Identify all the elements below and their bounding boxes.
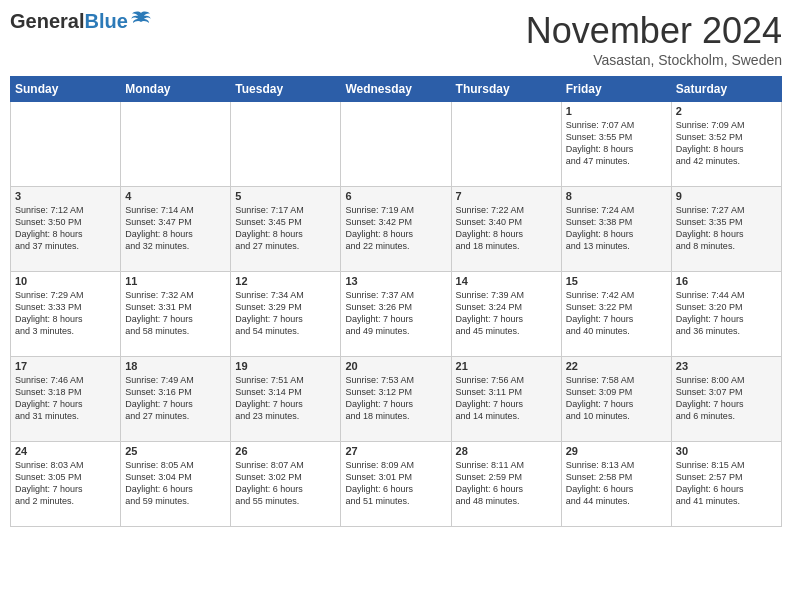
day-number: 29: [566, 445, 667, 457]
day-info: Sunrise: 8:07 AM Sunset: 3:02 PM Dayligh…: [235, 459, 336, 508]
calendar-cell: 6Sunrise: 7:19 AM Sunset: 3:42 PM Daylig…: [341, 187, 451, 272]
day-number: 20: [345, 360, 446, 372]
day-number: 30: [676, 445, 777, 457]
calendar: Sunday Monday Tuesday Wednesday Thursday…: [10, 76, 782, 527]
location: Vasastan, Stockholm, Sweden: [526, 52, 782, 68]
day-number: 16: [676, 275, 777, 287]
day-number: 5: [235, 190, 336, 202]
calendar-cell: 30Sunrise: 8:15 AM Sunset: 2:57 PM Dayli…: [671, 442, 781, 527]
day-info: Sunrise: 7:56 AM Sunset: 3:11 PM Dayligh…: [456, 374, 557, 423]
calendar-cell: 16Sunrise: 7:44 AM Sunset: 3:20 PM Dayli…: [671, 272, 781, 357]
day-number: 27: [345, 445, 446, 457]
day-info: Sunrise: 8:11 AM Sunset: 2:59 PM Dayligh…: [456, 459, 557, 508]
calendar-cell: [231, 102, 341, 187]
calendar-cell: 20Sunrise: 7:53 AM Sunset: 3:12 PM Dayli…: [341, 357, 451, 442]
day-number: 21: [456, 360, 557, 372]
calendar-cell: 29Sunrise: 8:13 AM Sunset: 2:58 PM Dayli…: [561, 442, 671, 527]
day-info: Sunrise: 8:05 AM Sunset: 3:04 PM Dayligh…: [125, 459, 226, 508]
day-info: Sunrise: 7:53 AM Sunset: 3:12 PM Dayligh…: [345, 374, 446, 423]
day-number: 19: [235, 360, 336, 372]
calendar-cell: 26Sunrise: 8:07 AM Sunset: 3:02 PM Dayli…: [231, 442, 341, 527]
calendar-cell: 18Sunrise: 7:49 AM Sunset: 3:16 PM Dayli…: [121, 357, 231, 442]
day-number: 9: [676, 190, 777, 202]
calendar-cell: [451, 102, 561, 187]
day-number: 4: [125, 190, 226, 202]
day-info: Sunrise: 7:34 AM Sunset: 3:29 PM Dayligh…: [235, 289, 336, 338]
day-info: Sunrise: 8:09 AM Sunset: 3:01 PM Dayligh…: [345, 459, 446, 508]
day-number: 10: [15, 275, 116, 287]
day-number: 7: [456, 190, 557, 202]
day-number: 26: [235, 445, 336, 457]
calendar-cell: 22Sunrise: 7:58 AM Sunset: 3:09 PM Dayli…: [561, 357, 671, 442]
calendar-cell: 23Sunrise: 8:00 AM Sunset: 3:07 PM Dayli…: [671, 357, 781, 442]
day-number: 11: [125, 275, 226, 287]
month-title: November 2024: [526, 10, 782, 52]
calendar-cell: 14Sunrise: 7:39 AM Sunset: 3:24 PM Dayli…: [451, 272, 561, 357]
day-info: Sunrise: 7:07 AM Sunset: 3:55 PM Dayligh…: [566, 119, 667, 168]
day-number: 24: [15, 445, 116, 457]
calendar-cell: 12Sunrise: 7:34 AM Sunset: 3:29 PM Dayli…: [231, 272, 341, 357]
day-info: Sunrise: 7:32 AM Sunset: 3:31 PM Dayligh…: [125, 289, 226, 338]
calendar-cell: 5Sunrise: 7:17 AM Sunset: 3:45 PM Daylig…: [231, 187, 341, 272]
calendar-week-3: 10Sunrise: 7:29 AM Sunset: 3:33 PM Dayli…: [11, 272, 782, 357]
day-number: 25: [125, 445, 226, 457]
day-info: Sunrise: 7:49 AM Sunset: 3:16 PM Dayligh…: [125, 374, 226, 423]
day-info: Sunrise: 7:17 AM Sunset: 3:45 PM Dayligh…: [235, 204, 336, 253]
col-tuesday: Tuesday: [231, 77, 341, 102]
logo: GeneralBlue: [10, 10, 152, 33]
day-info: Sunrise: 7:29 AM Sunset: 3:33 PM Dayligh…: [15, 289, 116, 338]
calendar-cell: 28Sunrise: 8:11 AM Sunset: 2:59 PM Dayli…: [451, 442, 561, 527]
day-number: 28: [456, 445, 557, 457]
col-sunday: Sunday: [11, 77, 121, 102]
day-info: Sunrise: 8:03 AM Sunset: 3:05 PM Dayligh…: [15, 459, 116, 508]
day-info: Sunrise: 7:44 AM Sunset: 3:20 PM Dayligh…: [676, 289, 777, 338]
day-number: 23: [676, 360, 777, 372]
calendar-cell: 13Sunrise: 7:37 AM Sunset: 3:26 PM Dayli…: [341, 272, 451, 357]
day-number: 22: [566, 360, 667, 372]
day-number: 3: [15, 190, 116, 202]
day-number: 8: [566, 190, 667, 202]
calendar-week-5: 24Sunrise: 8:03 AM Sunset: 3:05 PM Dayli…: [11, 442, 782, 527]
day-number: 15: [566, 275, 667, 287]
day-number: 17: [15, 360, 116, 372]
day-info: Sunrise: 7:27 AM Sunset: 3:35 PM Dayligh…: [676, 204, 777, 253]
calendar-cell: [341, 102, 451, 187]
day-info: Sunrise: 7:39 AM Sunset: 3:24 PM Dayligh…: [456, 289, 557, 338]
day-number: 1: [566, 105, 667, 117]
col-wednesday: Wednesday: [341, 77, 451, 102]
calendar-cell: 4Sunrise: 7:14 AM Sunset: 3:47 PM Daylig…: [121, 187, 231, 272]
day-info: Sunrise: 7:42 AM Sunset: 3:22 PM Dayligh…: [566, 289, 667, 338]
header: GeneralBlue November 2024 Vasastan, Stoc…: [10, 10, 782, 68]
calendar-week-4: 17Sunrise: 7:46 AM Sunset: 3:18 PM Dayli…: [11, 357, 782, 442]
calendar-cell: 25Sunrise: 8:05 AM Sunset: 3:04 PM Dayli…: [121, 442, 231, 527]
calendar-cell: 1Sunrise: 7:07 AM Sunset: 3:55 PM Daylig…: [561, 102, 671, 187]
calendar-cell: 24Sunrise: 8:03 AM Sunset: 3:05 PM Dayli…: [11, 442, 121, 527]
calendar-week-1: 1Sunrise: 7:07 AM Sunset: 3:55 PM Daylig…: [11, 102, 782, 187]
calendar-cell: 9Sunrise: 7:27 AM Sunset: 3:35 PM Daylig…: [671, 187, 781, 272]
calendar-cell: 3Sunrise: 7:12 AM Sunset: 3:50 PM Daylig…: [11, 187, 121, 272]
calendar-week-2: 3Sunrise: 7:12 AM Sunset: 3:50 PM Daylig…: [11, 187, 782, 272]
day-info: Sunrise: 7:37 AM Sunset: 3:26 PM Dayligh…: [345, 289, 446, 338]
calendar-body: 1Sunrise: 7:07 AM Sunset: 3:55 PM Daylig…: [11, 102, 782, 527]
day-info: Sunrise: 7:58 AM Sunset: 3:09 PM Dayligh…: [566, 374, 667, 423]
day-number: 12: [235, 275, 336, 287]
calendar-cell: 27Sunrise: 8:09 AM Sunset: 3:01 PM Dayli…: [341, 442, 451, 527]
day-number: 14: [456, 275, 557, 287]
calendar-cell: 7Sunrise: 7:22 AM Sunset: 3:40 PM Daylig…: [451, 187, 561, 272]
calendar-cell: 21Sunrise: 7:56 AM Sunset: 3:11 PM Dayli…: [451, 357, 561, 442]
day-info: Sunrise: 7:14 AM Sunset: 3:47 PM Dayligh…: [125, 204, 226, 253]
day-number: 18: [125, 360, 226, 372]
calendar-cell: 11Sunrise: 7:32 AM Sunset: 3:31 PM Dayli…: [121, 272, 231, 357]
day-info: Sunrise: 7:22 AM Sunset: 3:40 PM Dayligh…: [456, 204, 557, 253]
logo-text: GeneralBlue: [10, 10, 128, 33]
col-friday: Friday: [561, 77, 671, 102]
day-info: Sunrise: 7:46 AM Sunset: 3:18 PM Dayligh…: [15, 374, 116, 423]
calendar-cell: 2Sunrise: 7:09 AM Sunset: 3:52 PM Daylig…: [671, 102, 781, 187]
col-saturday: Saturday: [671, 77, 781, 102]
day-number: 2: [676, 105, 777, 117]
day-info: Sunrise: 8:13 AM Sunset: 2:58 PM Dayligh…: [566, 459, 667, 508]
calendar-cell: 17Sunrise: 7:46 AM Sunset: 3:18 PM Dayli…: [11, 357, 121, 442]
calendar-cell: 19Sunrise: 7:51 AM Sunset: 3:14 PM Dayli…: [231, 357, 341, 442]
calendar-cell: [121, 102, 231, 187]
calendar-header-row: Sunday Monday Tuesday Wednesday Thursday…: [11, 77, 782, 102]
